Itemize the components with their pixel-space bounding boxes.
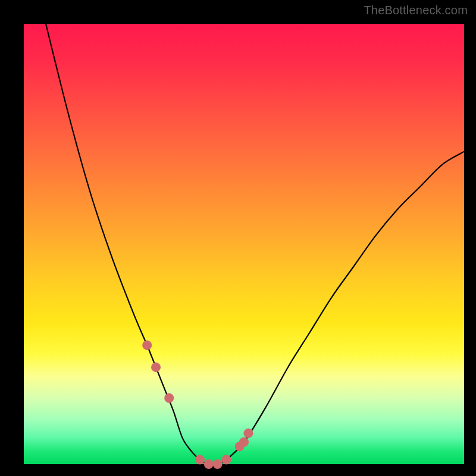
- plot-area: [24, 24, 464, 464]
- valley-marker: [204, 459, 214, 469]
- bottleneck-curve-svg: [24, 24, 464, 464]
- watermark-text: TheBottleneck.com: [364, 4, 468, 17]
- valley-marker: [195, 455, 205, 465]
- valley-marker: [142, 340, 152, 350]
- valley-marker: [243, 428, 253, 438]
- valley-marker: [151, 362, 161, 372]
- bottleneck-curve: [46, 24, 464, 465]
- valley-marker: [239, 437, 249, 447]
- curve-path-group: [46, 24, 464, 465]
- valley-markers: [142, 340, 253, 469]
- valley-marker: [221, 455, 231, 465]
- valley-marker: [213, 459, 223, 469]
- valley-marker: [164, 393, 174, 403]
- chart-frame: TheBottleneck.com: [0, 0, 476, 476]
